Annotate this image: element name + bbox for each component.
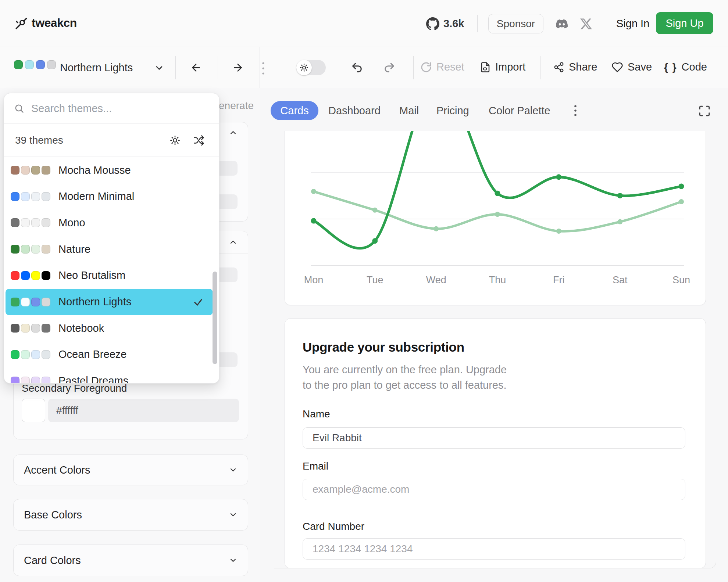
- tweakcn-logo-icon: [13, 15, 29, 32]
- chevron-down-icon[interactable]: [154, 62, 165, 73]
- theme-swatch: [42, 350, 50, 359]
- theme-swatch: [11, 377, 19, 384]
- theme-swatches: [11, 192, 50, 201]
- tab-cards[interactable]: Cards: [271, 101, 318, 120]
- theme-name: Notebook: [58, 322, 104, 334]
- import-button[interactable]: Import: [480, 61, 525, 73]
- theme-swatches: [11, 271, 50, 280]
- selected-check-icon: [193, 297, 203, 307]
- reset-button[interactable]: Reset: [420, 61, 464, 73]
- theme-list-item-pastel-dreams[interactable]: Pastel Dreams: [4, 368, 219, 384]
- name-label: Name: [303, 408, 330, 420]
- theme-swatch: [42, 324, 50, 333]
- accent-colors-section[interactable]: Accent Colors: [13, 455, 248, 485]
- current-theme-name[interactable]: Northern Lights: [60, 62, 133, 74]
- theme-swatch: [42, 192, 50, 201]
- theme-swatches: [11, 377, 50, 384]
- theme-swatch: [21, 324, 30, 333]
- sign-up-button[interactable]: Sign Up: [656, 12, 713, 34]
- base-colors-title: Base Colors: [24, 509, 82, 521]
- email-input[interactable]: [303, 479, 685, 500]
- theme-swatch: [11, 271, 19, 280]
- theme-selector-group: Northern Lights: [0, 47, 260, 88]
- theme-swatch: [42, 298, 50, 306]
- tab-mail[interactable]: Mail: [399, 101, 419, 120]
- accent-colors-title: Accent Colors: [24, 464, 90, 476]
- theme-swatch: [31, 271, 40, 280]
- share-button[interactable]: Share: [553, 61, 597, 73]
- theme-swatch: [21, 271, 30, 280]
- header-divider-2: [606, 15, 606, 32]
- theme-swatch: [21, 218, 30, 227]
- theme-list-item-nature[interactable]: Nature: [4, 236, 219, 262]
- theme-name: Mono: [58, 217, 85, 229]
- theme-list-item-mocha-mousse[interactable]: Mocha Mousse: [4, 157, 219, 183]
- x-twitter-icon[interactable]: [579, 18, 593, 30]
- tab-pricing[interactable]: Pricing: [436, 101, 469, 120]
- theme-name: Ocean Breeze: [58, 348, 126, 360]
- card-colors-section[interactable]: Card Colors: [13, 545, 248, 576]
- weekly-line-chart: MonTueWedThuFriSatSun: [285, 131, 706, 306]
- code-button[interactable]: { } Code: [664, 61, 707, 73]
- theme-swatch: [42, 377, 50, 384]
- svg-text:Sun: Sun: [672, 274, 690, 285]
- sponsor-button[interactable]: Sponsor: [488, 14, 543, 33]
- chevron-down-icon: [229, 510, 238, 519]
- discord-icon[interactable]: [554, 18, 570, 30]
- theme-swatch: [11, 192, 19, 201]
- secondary-foreground-hex-input[interactable]: [48, 399, 239, 422]
- theme-list-item-modern-minimal[interactable]: Modern Minimal: [4, 183, 219, 210]
- theme-search-row: [4, 93, 219, 124]
- upgrade-subscription-card: Upgrade your subscription You are curren…: [285, 318, 706, 568]
- light-mode-filter-icon[interactable]: [169, 134, 181, 146]
- dropdown-scrollbar-thumb[interactable]: [213, 272, 217, 364]
- theme-list-item-neo-brutalism[interactable]: Neo Brutalism: [4, 262, 219, 289]
- github-icon[interactable]: [426, 17, 440, 31]
- history-forward-button[interactable]: [232, 62, 244, 73]
- history-back-button[interactable]: [190, 62, 202, 73]
- theme-mode-toggle[interactable]: [296, 60, 326, 75]
- theme-search-input[interactable]: [31, 93, 208, 123]
- base-colors-section[interactable]: Base Colors: [13, 499, 248, 531]
- brand-name[interactable]: tweakcn: [32, 16, 77, 30]
- theme-swatch: [14, 60, 23, 69]
- sign-in-link[interactable]: Sign In: [616, 18, 649, 30]
- color-swatch-picker[interactable]: [22, 399, 45, 422]
- preview-scroll-area[interactable]: MonTueWedThuFriSatSun Upgrade your subsc…: [274, 131, 716, 568]
- card-number-label: Card Number: [303, 521, 364, 532]
- tab-dashboard[interactable]: Dashboard: [328, 101, 381, 120]
- theme-list-item-northern-lights[interactable]: Northern Lights: [6, 289, 213, 315]
- save-button[interactable]: Save: [611, 61, 652, 73]
- name-input[interactable]: [303, 427, 685, 449]
- share-icon: [553, 61, 564, 73]
- tab-color-palette[interactable]: Color Palette: [489, 101, 550, 120]
- chevron-up-icon[interactable]: [229, 238, 238, 247]
- theme-swatch: [21, 245, 30, 254]
- theme-swatch: [31, 245, 40, 254]
- app-header: tweakcn 3.6k Sponsor Sign In Sign Up: [0, 0, 728, 47]
- heart-icon: [611, 61, 623, 73]
- chevron-up-icon[interactable]: [229, 128, 238, 137]
- theme-swatch: [31, 377, 40, 384]
- theme-dropdown: 39 themes Mocha MousseModern MinimalMono…: [4, 93, 220, 384]
- card-number-input[interactable]: [303, 538, 685, 560]
- panel-divider[interactable]: [260, 47, 260, 582]
- github-star-count[interactable]: 3.6k: [443, 18, 464, 30]
- theme-name: Neo Brutalism: [58, 269, 125, 281]
- theme-swatches: [11, 245, 50, 254]
- theme-swatches: [11, 350, 50, 359]
- theme-swatch: [31, 192, 40, 201]
- more-tabs-icon[interactable]: [570, 104, 581, 117]
- fullscreen-icon[interactable]: [697, 104, 712, 118]
- theme-list-item-mono[interactable]: Mono: [4, 209, 219, 236]
- theme-swatch: [31, 350, 40, 359]
- undo-button[interactable]: [350, 61, 364, 74]
- theme-list-item-ocean-breeze[interactable]: Ocean Breeze: [4, 341, 219, 368]
- theme-swatch: [21, 166, 30, 175]
- theme-count: 39 themes: [15, 124, 63, 157]
- theme-list-item-notebook[interactable]: Notebook: [4, 315, 219, 341]
- theme-name: Northern Lights: [58, 296, 131, 308]
- random-theme-shuffle-icon[interactable]: [193, 134, 205, 146]
- panel-resize-grip[interactable]: [261, 61, 265, 76]
- redo-button[interactable]: [382, 61, 396, 74]
